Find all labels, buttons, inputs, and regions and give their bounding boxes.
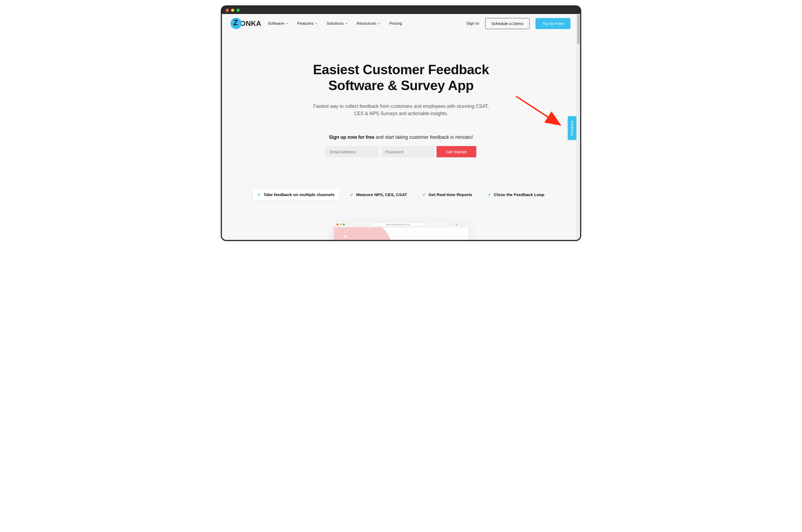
nav-item-solutions[interactable]: Solutions bbox=[326, 21, 347, 26]
feature-tab-measure[interactable]: ✔ Measure NPS, CES, CSAT bbox=[345, 189, 412, 201]
try-free-button[interactable]: Try for Free bbox=[535, 18, 570, 29]
nav-item-software[interactable]: Software bbox=[268, 21, 288, 26]
scrollbar[interactable] bbox=[576, 14, 580, 240]
check-icon: ✔ bbox=[422, 193, 426, 197]
feature-tab-multichannel[interactable]: ✔ Take feedback on multiple channels bbox=[253, 189, 339, 201]
hero-subtitle: Fastest way to collect feedback from cus… bbox=[309, 103, 493, 117]
nav-label: Resources bbox=[357, 21, 377, 26]
scrollbar-thumb[interactable] bbox=[577, 15, 579, 44]
feedback-tab-label: Feedback bbox=[570, 120, 574, 136]
feature-tab-close-loop[interactable]: ✔ Close the Feedback Loop bbox=[483, 189, 549, 201]
share-icon: ⇧ bbox=[452, 223, 454, 226]
window-titlebar bbox=[222, 6, 580, 14]
nav-right: Sign In Schedule a Demo Try for Free bbox=[466, 18, 570, 29]
feature-label: Close the Feedback Loop bbox=[494, 192, 545, 197]
check-icon: ✔ bbox=[257, 193, 261, 197]
nav-item-pricing[interactable]: Pricing bbox=[389, 21, 402, 26]
more-icon: ⋯ bbox=[463, 223, 465, 226]
traffic-light-minimize-icon[interactable] bbox=[231, 8, 234, 12]
logo-text: ONKA bbox=[240, 19, 262, 28]
mini-browser-toolbar: www.zonkafeedback.com ⇧ ⊞ ○ ⋯ bbox=[334, 222, 468, 227]
signin-link[interactable]: Sign In bbox=[466, 21, 479, 26]
logo-mark-icon: Z bbox=[230, 18, 242, 29]
traffic-light-close-icon bbox=[337, 224, 338, 225]
traffic-light-close-icon[interactable] bbox=[226, 8, 229, 12]
feature-label: Measure NPS, CES, CSAT bbox=[356, 192, 407, 197]
email-input[interactable] bbox=[326, 146, 379, 157]
check-icon: ✔ bbox=[488, 193, 491, 197]
menu-icon: ○ bbox=[460, 223, 461, 226]
caret-down-icon bbox=[345, 23, 347, 24]
mini-browser-url: www.zonkafeedback.com bbox=[373, 223, 424, 226]
mini-browser: www.zonkafeedback.com ⇧ ⊞ ○ ⋯ bbox=[334, 222, 468, 240]
check-icon: ✔ bbox=[350, 193, 354, 197]
traffic-light-zoom-icon bbox=[343, 224, 345, 225]
mini-browser-actions: ⇧ ⊞ ○ ⋯ bbox=[452, 223, 465, 226]
signup-form: Get Started bbox=[326, 146, 476, 157]
traffic-light-minimize-icon bbox=[340, 224, 342, 225]
feedback-side-tab[interactable]: Feedback bbox=[568, 116, 576, 140]
schedule-demo-button[interactable]: Schedule a Demo bbox=[485, 18, 530, 29]
nav-links: Software Features Solutions Resources Pr… bbox=[268, 21, 402, 26]
signup-prompt: Sign up now for free and start taking cu… bbox=[233, 134, 569, 140]
caret-down-icon bbox=[286, 23, 288, 24]
caret-down-icon bbox=[315, 23, 317, 24]
hero: Easiest Customer Feedback Software & Sur… bbox=[222, 33, 580, 240]
preview-illustration: www.zonkafeedback.com ⇧ ⊞ ○ ⋯ bbox=[233, 222, 569, 240]
mini-browser-content bbox=[334, 227, 468, 240]
nav-label: Features bbox=[297, 21, 313, 26]
traffic-light-zoom-icon[interactable] bbox=[236, 8, 240, 12]
tabs-icon: ⊞ bbox=[456, 223, 458, 226]
feature-tab-reports[interactable]: ✔ Get Real-time Reports bbox=[418, 189, 477, 201]
nav-label: Pricing bbox=[389, 21, 402, 26]
main-nav: Z ONKA Software Features Solutions bbox=[222, 14, 580, 33]
nav-label: Solutions bbox=[326, 21, 344, 26]
caret-down-icon bbox=[378, 23, 380, 24]
device-frame: Z ONKA Software Features Solutions bbox=[221, 5, 581, 241]
password-input[interactable] bbox=[381, 146, 434, 157]
hero-title: Easiest Customer Feedback Software & Sur… bbox=[233, 62, 569, 94]
nav-item-features[interactable]: Features bbox=[297, 21, 317, 26]
viewport: Z ONKA Software Features Solutions bbox=[222, 14, 580, 240]
feature-tabs: ✔ Take feedback on multiple channels ✔ M… bbox=[233, 189, 569, 201]
pink-blob-icon bbox=[334, 227, 399, 240]
logo[interactable]: Z ONKA bbox=[230, 18, 262, 29]
feature-label: Take feedback on multiple channels bbox=[264, 192, 335, 197]
get-started-button[interactable]: Get Started bbox=[437, 146, 476, 157]
feature-label: Get Real-time Reports bbox=[428, 192, 472, 197]
nav-label: Software bbox=[268, 21, 284, 26]
nav-item-resources[interactable]: Resources bbox=[357, 21, 380, 26]
